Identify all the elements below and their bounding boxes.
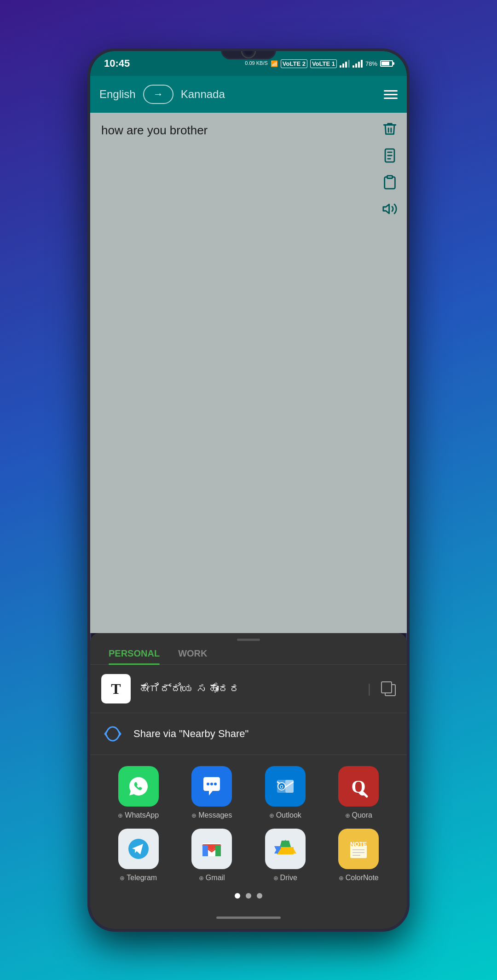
data-speed: 0.09 KB/S <box>245 60 268 66</box>
app-header: English → Kannada <box>90 76 407 113</box>
arrow-icon: → <box>153 88 163 100</box>
dot-1[interactable] <box>235 893 240 899</box>
gmail-icon <box>191 829 232 869</box>
colornote-label: ⊕ ColorNote <box>339 874 379 882</box>
phone-screen: 10:45 0.09 KB/S 📶 VoLTE 2 VoLTE 1 <box>90 51 407 929</box>
battery-icon <box>380 60 393 67</box>
pagination-dots <box>90 889 407 906</box>
sheet-tabs: PERSONAL WORK <box>90 641 407 665</box>
home-bar-indicator <box>216 917 281 919</box>
translation-result-row: T ಹೇಗಿದ್ದೀಯ ಸಹೋದರ | <box>90 665 407 713</box>
svg-rect-19 <box>202 845 208 856</box>
whatsapp-icon <box>118 766 159 807</box>
menu-button[interactable] <box>384 90 398 99</box>
home-bar <box>90 906 407 929</box>
source-text: how are you brother <box>101 122 398 138</box>
source-language[interactable]: English <box>99 88 136 101</box>
camera-bump <box>221 48 276 59</box>
dot-3[interactable] <box>257 893 262 899</box>
volte2-badge: VoLTE 2 <box>281 59 307 68</box>
drive-label: ⊕ Drive <box>273 874 297 882</box>
colornote-icon: NOTE <box>338 829 379 869</box>
app-item-telegram[interactable]: ⊕ Telegram <box>104 829 173 882</box>
nearby-share-icon <box>101 722 124 745</box>
translated-text: ಹೇಗಿದ್ದೀಯ ಸಹೋದರ <box>138 682 360 695</box>
camera-lens <box>241 48 256 58</box>
svg-point-7 <box>210 783 213 785</box>
pin-icon: ⊕ <box>269 812 274 819</box>
status-time: 10:45 <box>104 58 130 69</box>
pin-icon: ⊕ <box>273 875 278 882</box>
app-item-messages[interactable]: ⊕ Messages <box>178 766 247 819</box>
pin-icon: ⊕ <box>191 812 196 819</box>
translation-input-area[interactable]: how are you brother <box>90 113 407 633</box>
app-item-colornote[interactable]: NOTE ⊕ ColorNote <box>324 829 393 882</box>
tab-personal[interactable]: PERSONAL <box>109 648 160 664</box>
app-item-outlook[interactable]: O ⊕ Outlook <box>251 766 320 819</box>
app-grid: ⊕ WhatsApp ⊕ <box>90 755 407 889</box>
svg-rect-4 <box>387 176 392 179</box>
messages-label: ⊕ Messages <box>191 811 232 819</box>
app-item-quora[interactable]: Q ⊕ Quora <box>324 766 393 819</box>
speaker-button[interactable] <box>380 199 399 219</box>
bottom-sheet: PERSONAL WORK T ಹೇಗಿದ್ದೀಯ ಸಹೋದರ | <box>90 633 407 929</box>
status-icons: 0.09 KB/S 📶 VoLTE 2 VoLTE 1 78% <box>245 59 393 68</box>
paste-button[interactable] <box>380 173 399 192</box>
delete-button[interactable] <box>380 119 399 138</box>
pin-icon: ⊕ <box>118 812 123 819</box>
svg-marker-5 <box>383 204 389 213</box>
translate-icon: T <box>101 674 131 703</box>
volte1-badge: VoLTE 1 <box>310 59 337 68</box>
phone-device: 10:45 0.09 KB/S 📶 VoLTE 2 VoLTE 1 <box>87 48 410 932</box>
pin-icon: ⊕ <box>199 875 204 882</box>
signal-bars-2 <box>353 60 363 68</box>
language-selector: English → Kannada <box>99 85 225 104</box>
quora-icon: Q <box>338 766 379 807</box>
signal-bars-1 <box>340 60 350 68</box>
clear-button[interactable] <box>380 146 399 165</box>
pin-icon: ⊕ <box>339 875 344 882</box>
copy-wrapper: | <box>368 681 374 696</box>
messages-icon <box>191 766 232 807</box>
swap-languages-button[interactable]: → <box>143 85 173 104</box>
app-item-whatsapp[interactable]: ⊕ WhatsApp <box>104 766 173 819</box>
app-item-drive[interactable]: ⊕ Drive <box>251 829 320 882</box>
telegram-label: ⊕ Telegram <box>120 874 157 882</box>
pin-icon: ⊕ <box>120 875 125 882</box>
pin-icon: ⊕ <box>345 812 350 819</box>
dot-2[interactable] <box>246 893 251 899</box>
outlook-label: ⊕ Outlook <box>269 811 301 819</box>
drive-icon <box>265 829 306 869</box>
svg-text:O: O <box>280 784 283 790</box>
wifi-icon: 📶 <box>271 60 278 67</box>
quora-label: ⊕ Quora <box>345 811 372 819</box>
svg-text:NOTE: NOTE <box>350 841 367 847</box>
svg-point-6 <box>207 783 209 785</box>
battery-percent: 78% <box>365 60 377 67</box>
whatsapp-label: ⊕ WhatsApp <box>118 811 159 819</box>
tab-work[interactable]: WORK <box>178 648 207 664</box>
target-language[interactable]: Kannada <box>181 88 225 101</box>
svg-rect-20 <box>215 845 221 856</box>
svg-point-8 <box>214 783 217 785</box>
telegram-icon <box>118 829 159 869</box>
nearby-share-label: Share via "Nearby Share" <box>133 728 248 740</box>
gmail-label: ⊕ Gmail <box>199 874 225 882</box>
app-item-gmail[interactable]: ⊕ Gmail <box>178 829 247 882</box>
nearby-share-row[interactable]: Share via "Nearby Share" <box>90 713 407 755</box>
outlook-icon: O <box>265 766 306 807</box>
copy-button[interactable] <box>381 681 396 696</box>
action-icons-panel <box>380 119 399 219</box>
